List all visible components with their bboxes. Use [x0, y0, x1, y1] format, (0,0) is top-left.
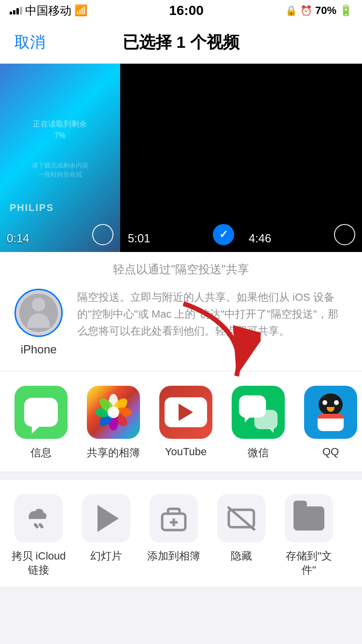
qq-head: [319, 393, 343, 416]
app-item-photos[interactable]: 共享的相簿: [87, 386, 140, 460]
qq-icon: [304, 386, 357, 439]
status-time: 16:00: [169, 3, 204, 18]
device-label: iPhone: [21, 343, 57, 356]
add-album-icon: [158, 505, 189, 532]
duration-3: 4:46: [249, 232, 271, 245]
person-body: [28, 313, 50, 328]
save-files-icon-box: [285, 494, 333, 543]
duration-2: 5:01: [128, 232, 151, 245]
icloud-link-icon-box: [14, 494, 63, 543]
wechat-label: 微信: [248, 446, 269, 460]
wifi-icon: 📶: [74, 4, 87, 17]
select-circle-3[interactable]: [334, 224, 355, 245]
actions-row: 拷贝 iCloud 链接 幻灯片 添加到相簿: [0, 494, 362, 577]
status-left: 中国移动 📶: [10, 3, 87, 18]
qq-eye-right: [334, 400, 339, 405]
alarm-icon: ⏰: [300, 5, 312, 16]
select-circle-1[interactable]: [92, 224, 113, 245]
apps-row: 信息 共享的相簿: [0, 386, 362, 460]
video-thumbnails-row: 正在读取到剩余 7% 请下载完成剩余内容一段时间后在试 PHILIPS 0:14…: [0, 64, 362, 252]
separator-1: [0, 472, 362, 480]
photos-flower-icon: [94, 393, 133, 432]
airdrop-device[interactable]: iPhone: [14, 289, 63, 356]
youtube-icon: [159, 386, 212, 439]
wechat-bubbles-icon: [239, 395, 278, 429]
battery-icon: 🔋: [339, 4, 352, 17]
qq-penguin-icon: [318, 393, 344, 431]
photos-label: 共享的相簿: [87, 446, 140, 460]
carrier-label: 中国移动: [25, 3, 71, 18]
play-triangle-icon: [97, 505, 119, 532]
signal-icon: [10, 7, 22, 14]
add-album-label: 添加到相簿: [147, 549, 200, 563]
bubble-icon: [24, 398, 58, 427]
video-thumb-1[interactable]: 正在读取到剩余 7% 请下载完成剩余内容一段时间后在试 PHILIPS 0:14: [0, 64, 121, 252]
wechat-bubble2: [254, 410, 278, 429]
video-thumb-3[interactable]: 4:46: [242, 64, 362, 252]
action-slideshow[interactable]: 幻灯片: [77, 494, 135, 577]
cancel-button[interactable]: 取消: [14, 32, 45, 53]
action-save-files[interactable]: 存储到"文 件": [280, 494, 338, 577]
folder-icon: [293, 506, 324, 531]
video-thumb-2[interactable]: 5:01 ✓: [121, 64, 242, 252]
svg-point-9: [108, 406, 119, 418]
svg-rect-10: [33, 522, 39, 529]
svg-rect-11: [38, 522, 44, 529]
hide-label: 隐藏: [231, 549, 252, 563]
status-right: 🔒 ⏰ 70% 🔋: [285, 4, 352, 17]
app-item-qq[interactable]: QQ: [304, 386, 357, 460]
action-icloud-link[interactable]: 拷贝 iCloud 链接: [10, 494, 68, 577]
slideshow-icon-box: [82, 494, 130, 543]
action-add-album[interactable]: 添加到相簿: [145, 494, 203, 577]
action-hide[interactable]: 隐藏: [212, 494, 270, 577]
qq-body: [318, 414, 344, 431]
icloud-link-icon: [24, 505, 53, 532]
add-album-icon-box: [150, 494, 198, 543]
nav-bar: 取消 已选择 1 个视频: [0, 21, 362, 64]
qq-scarf: [318, 414, 344, 419]
nav-title: 已选择 1 个视频: [123, 31, 239, 54]
wechat-icon: [232, 386, 285, 439]
status-bar: 中国移动 📶 16:00 🔒 ⏰ 70% 🔋: [0, 0, 362, 21]
qq-label: QQ: [322, 446, 339, 458]
yt-container: [165, 397, 207, 427]
avatar-circle: [14, 289, 63, 337]
messages-label: 信息: [30, 446, 52, 460]
yt-play-icon: [179, 404, 193, 421]
hide-icon: [226, 505, 257, 532]
philips-label: PHILIPS: [10, 202, 54, 213]
avatar-figure: [28, 298, 50, 328]
red-arrow-icon: [174, 294, 261, 391]
photos-icon: [87, 386, 140, 439]
app-item-messages[interactable]: 信息: [14, 386, 68, 460]
actions-section: 拷贝 iCloud 链接 幻灯片 添加到相簿: [0, 480, 362, 587]
hide-icon-box: [217, 494, 265, 543]
airdrop-hint: 轻点以通过"隔空投送"共享: [14, 262, 348, 277]
qq-beak: [327, 407, 334, 412]
icloud-link-label: 拷贝 iCloud 链接: [12, 549, 66, 577]
youtube-label: YouTube: [165, 446, 207, 458]
app-item-youtube[interactable]: YouTube: [159, 386, 212, 460]
avatar-inner: [19, 294, 58, 332]
duration-1: 0:14: [7, 232, 29, 245]
lock-icon: 🔒: [285, 5, 297, 16]
app-item-wechat[interactable]: 微信: [232, 386, 285, 460]
thumb1-overlay: 正在读取到剩余 7% 请下载完成剩余内容一段时间后在试: [30, 118, 90, 179]
battery-label: 70%: [315, 4, 336, 17]
slideshow-label: 幻灯片: [90, 549, 122, 563]
save-files-label: 存储到"文 件": [286, 549, 332, 577]
person-head: [32, 298, 45, 311]
qq-eye-left: [322, 400, 327, 405]
messages-icon: [14, 386, 68, 439]
